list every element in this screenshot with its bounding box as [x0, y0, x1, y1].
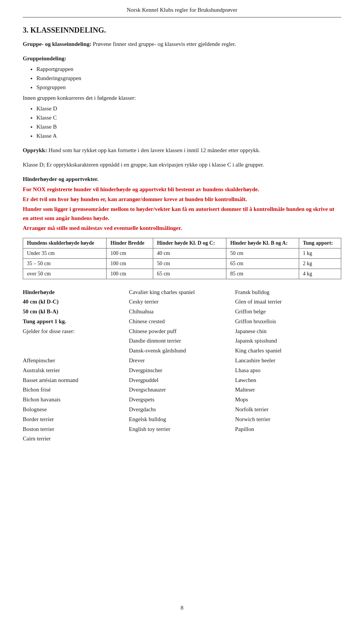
- list-item: Papillon: [235, 425, 341, 434]
- bichon-havanais: Bichon havanais: [23, 395, 129, 405]
- list-item: Japansk spisshund: [235, 336, 341, 346]
- list-item: Glen of imaal terrier: [235, 297, 341, 307]
- list-item: Chihuahua: [129, 307, 235, 317]
- page-wrapper: Norsk Kennel Klubs regler for Brukshundp…: [0, 0, 364, 618]
- opprykk-paragraph: Opprykk: Hund som har rykket opp kan for…: [23, 146, 341, 155]
- table-header-row: Hundens skulderhøyde høyde Hinder Bredde…: [23, 238, 341, 248]
- list-item: Chinese crested: [129, 317, 235, 327]
- cell-r1c4: 50 cm: [226, 248, 299, 258]
- 40cm-label: 40 cm (kl D-C): [23, 297, 129, 307]
- list-item: Griffon belge: [235, 307, 341, 317]
- boston-terrier: Boston terrier: [23, 425, 129, 434]
- cell-r2c2: 100 cm: [107, 258, 153, 269]
- klasse-d-paragraph: Klasse D; Er opprykkskarakteren oppnådd …: [23, 160, 341, 169]
- header-title: Norsk Kennel Klubs regler for Brukshundp…: [127, 7, 237, 13]
- breeds-right-col: Fransk bulldog Glen of imaal terrier Gri…: [235, 288, 341, 444]
- list-item: Drever: [129, 356, 235, 366]
- group-list: Rapportgruppen Runderingsgruppen Sporgru…: [23, 64, 341, 92]
- cairn-terrier: Cairn terrier: [23, 434, 129, 444]
- cell-r3c2: 100 cm: [107, 269, 153, 279]
- cell-r2c4: 65 cm: [226, 258, 299, 269]
- section-title: 3. KLASSEINNDELING.: [23, 26, 341, 35]
- intro-rest: Prøvene finner sted gruppe- og klassevis…: [91, 41, 236, 47]
- cell-r1c5: 1 kg: [299, 248, 341, 258]
- list-item: Dvergpuddel: [129, 376, 235, 385]
- page-header: Norsk Kennel Klubs regler for Brukshundp…: [23, 7, 341, 17]
- classes-list: Klasse D Klasse C Klasse B Klasse A: [23, 104, 341, 140]
- list-item: Klasse B: [36, 122, 341, 131]
- breeds-section: Hinderhøyde 40 cm (kl D-C) 50 cm (kl B-A…: [23, 288, 341, 444]
- red-text-block: For NOX registrerte hunder vil hinderhøy…: [23, 185, 341, 233]
- list-item: Chinese powder puff: [129, 327, 235, 337]
- col-header-4: Hinder høyde Kl. B og A:: [226, 238, 299, 248]
- list-item: Dvergdachs: [129, 405, 235, 415]
- group-title: Gruppeinndeling:: [23, 55, 66, 61]
- list-item: Norfolk terrier: [235, 405, 341, 415]
- table-row: 35 – 50 cm 100 cm 50 cm 65 cm 2 kg: [23, 258, 341, 269]
- red-para-2: Er det tvil om hvor høy hunden er, kan a…: [23, 195, 341, 204]
- cell-r3c3: 65 cm: [153, 269, 226, 279]
- list-item: Norwich terrier: [235, 415, 341, 425]
- hinderhøyde-label: Hinderhøyde: [23, 288, 129, 297]
- list-item: Cesky terrier: [129, 297, 235, 307]
- col-header-2: Hinder Bredde: [107, 238, 153, 248]
- breeds-left-col: Hinderhøyde 40 cm (kl D-C) 50 cm (kl B-A…: [23, 288, 129, 444]
- list-item: Dvergspets: [129, 395, 235, 405]
- border-terrier: Border terrier: [23, 415, 129, 425]
- list-item: Løwchen: [235, 376, 341, 385]
- list-item: Cavalier king charles spaniel: [129, 288, 235, 297]
- cell-r2c3: 50 cm: [153, 258, 226, 269]
- list-item: Dansk-svensk gårdshund: [129, 346, 235, 356]
- col-header-5: Tung apport:: [299, 238, 341, 248]
- section-name: KLASSEINNDELING.: [30, 26, 106, 34]
- opprykk-text: Hund som har rykket opp kan fortsette i …: [47, 147, 260, 153]
- section-number: 3.: [23, 26, 28, 34]
- group-section: Gruppeinndeling: Rapportgruppen Runderin…: [23, 54, 341, 140]
- breeds-middle-col: Cavalier king charles spaniel Cesky terr…: [129, 288, 235, 444]
- spacer2: [23, 346, 129, 356]
- bolognese: Bolognese: [23, 405, 129, 415]
- list-item: Mops: [235, 395, 341, 405]
- red-para-4: Arrangør må stille med målestav ved even…: [23, 223, 341, 233]
- basset: Basset artésian normand: [23, 376, 129, 385]
- list-item: Japanese chin: [235, 327, 341, 337]
- page-number: 8: [0, 605, 364, 611]
- middle-breeds-list: Cavalier king charles spaniel Cesky terr…: [129, 288, 235, 434]
- list-item: Sporgruppen: [36, 83, 341, 92]
- list-item: Klasse A: [36, 131, 341, 140]
- spacer1: [23, 336, 129, 346]
- cell-r1c3: 40 cm: [153, 248, 226, 258]
- list-item: English toy terrier: [129, 425, 235, 434]
- list-item: Runderingsgruppen: [36, 74, 341, 83]
- list-item: Lhasa apso: [235, 366, 341, 376]
- list-item: Malteser: [235, 385, 341, 395]
- australsk: Australsk terrier: [23, 366, 129, 376]
- list-item: Rapportgruppen: [36, 64, 341, 74]
- list-item: Lancashire heeler: [235, 356, 341, 366]
- intro-bold-label: Gruppe- og klasseinndeling:: [23, 41, 91, 47]
- table-row: over 50 cm 100 cm 65 cm 85 cm 4 kg: [23, 269, 341, 279]
- affenpinscher: Affenpinscher: [23, 356, 129, 366]
- red-para-1: For NOX registrerte hunder vil hinderhøy…: [23, 185, 341, 194]
- height-table: Hundens skulderhøyde høyde Hinder Bredde…: [23, 238, 341, 279]
- cell-r3c5: 4 kg: [299, 269, 341, 279]
- tung-apport-label: Tung apport 1 kg.: [23, 317, 129, 327]
- list-item: Dandie dinmont terrier: [129, 336, 235, 346]
- 50cm-label: 50 cm (kl B-A): [23, 307, 129, 317]
- left-col-labels: Hinderhøyde 40 cm (kl D-C) 50 cm (kl B-A…: [23, 288, 129, 444]
- right-breeds-list: Fransk bulldog Glen of imaal terrier Gri…: [235, 288, 341, 434]
- cell-r3c1: over 50 cm: [23, 269, 107, 279]
- col-header-1: Hundens skulderhøyde høyde: [23, 238, 107, 248]
- cell-r2c1: 35 – 50 cm: [23, 258, 107, 269]
- list-item: Engelsk bulldog: [129, 415, 235, 425]
- bichon-frise: Bichon frisé: [23, 385, 129, 395]
- red-para-3: Hunder som ligger i grenseområder mellom…: [23, 204, 341, 223]
- cell-r1c1: Under 35 cm: [23, 248, 107, 258]
- list-item: Dvergpinscher: [129, 366, 235, 376]
- list-item: Klasse D: [36, 104, 341, 113]
- list-item: King charles spaniel: [235, 346, 341, 356]
- list-item: Dvergschnauzer: [129, 385, 235, 395]
- cell-r1c2: 100 cm: [107, 248, 153, 258]
- list-item: Fransk bulldog: [235, 288, 341, 297]
- gjelder-label: Gjelder for disse raser:: [23, 327, 129, 337]
